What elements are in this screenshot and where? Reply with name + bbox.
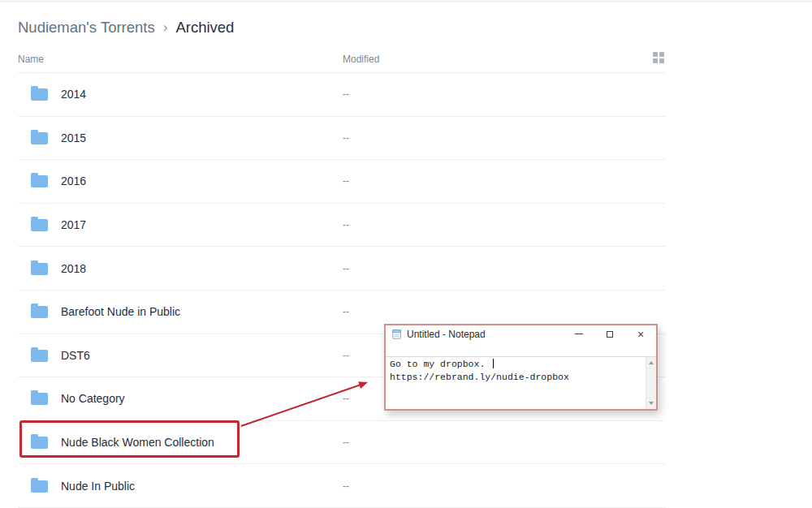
folder-icon [31, 132, 48, 144]
chevron-down-icon[interactable] [649, 402, 654, 405]
folder-name[interactable]: 2014 [61, 88, 86, 101]
folder-modified: -- [343, 306, 349, 317]
folder-icon [31, 393, 48, 405]
folder-name[interactable]: No Category [61, 392, 125, 405]
table-row[interactable]: 2018 -- [18, 247, 666, 291]
folder-modified: -- [343, 88, 349, 100]
close-icon[interactable]: × [625, 325, 656, 342]
folder-modified: -- [343, 175, 349, 187]
folder-name[interactable]: 2018 [61, 262, 86, 275]
chevron-up-icon[interactable] [649, 361, 654, 364]
maximize-icon[interactable] [594, 325, 625, 342]
folder-name[interactable]: 2017 [61, 218, 86, 231]
folder-modified: -- [343, 350, 349, 361]
notepad-window: Untitled - Notepad × Go to my dropbox. h… [384, 324, 658, 411]
folder-name[interactable]: DST6 [61, 349, 90, 362]
breadcrumb-parent[interactable]: Nudieman's Torrents [18, 19, 155, 37]
notepad-title: Untitled - Notepad [407, 329, 486, 340]
folder-modified: -- [343, 219, 349, 230]
notepad-titlebar[interactable]: Untitled - Notepad × [386, 325, 656, 342]
text-cursor [493, 359, 494, 368]
annotation-highlight-box [19, 420, 240, 458]
breadcrumb-separator-icon: › [163, 19, 168, 36]
notepad-menubar [386, 342, 656, 356]
column-header-modified[interactable]: Modified [343, 54, 379, 65]
notepad-body: Go to my dropbox. https://rebrand.ly/nud… [386, 356, 656, 409]
notepad-text-line: Go to my dropbox. [390, 358, 646, 371]
notepad-text-line: https://rebrand.ly/nudie-dropbox [390, 371, 646, 384]
folder-modified: -- [343, 132, 349, 144]
column-header-name[interactable]: Name [18, 54, 44, 65]
minimize-icon[interactable] [564, 325, 594, 342]
folder-modified: -- [343, 437, 349, 448]
breadcrumb: Nudieman's Torrents › Archived [18, 16, 666, 39]
dropbox-folder-page: Nudieman's Torrents › Archived Name Modi… [0, 0, 812, 508]
folder-icon [31, 175, 48, 187]
table-header: Name Modified [18, 50, 666, 73]
folder-modified: -- [343, 480, 349, 492]
folder-icon [31, 350, 48, 362]
folder-name[interactable]: Barefoot Nude in Public [61, 305, 180, 318]
folder-name[interactable]: Nude In Public [61, 480, 135, 493]
folder-icon [31, 88, 48, 101]
grid-view-icon[interactable] [653, 52, 664, 63]
table-row[interactable]: 2014 -- [18, 73, 666, 117]
folder-icon [31, 306, 48, 318]
table-row[interactable]: Nude In Public -- [18, 464, 666, 508]
folder-modified: -- [343, 263, 349, 274]
notepad-icon [391, 329, 403, 340]
table-row[interactable]: 2015 -- [18, 117, 666, 161]
notepad-text-area[interactable]: Go to my dropbox. https://rebrand.ly/nud… [386, 357, 646, 409]
notepad-scrollbar[interactable] [646, 357, 656, 409]
folder-name[interactable]: 2016 [61, 174, 86, 187]
folder-icon [31, 480, 48, 493]
annotation-arrow-icon [235, 376, 374, 433]
folder-icon [31, 219, 48, 231]
table-row[interactable]: 2016 -- [18, 160, 666, 204]
table-row[interactable]: 2017 -- [18, 204, 666, 248]
folder-name[interactable]: 2015 [61, 131, 86, 144]
window-controls: × [564, 325, 656, 342]
folder-icon [31, 263, 48, 275]
breadcrumb-current: Archived [175, 19, 234, 37]
